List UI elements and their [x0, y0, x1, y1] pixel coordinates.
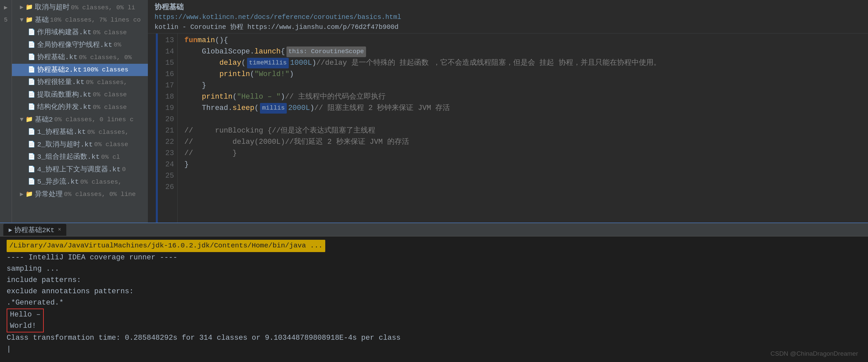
bottom-panel: ▶ 协程基础2Kt × /Library/Java/JavaVirtualMac… [0, 223, 868, 362]
code-line-23: // } [184, 148, 861, 159]
sidebar-item-badge: 0% classe [94, 140, 128, 149]
code-line-22: // delay(2000L)//我们延迟 2 秒来保证 JVM 的存活 [184, 137, 861, 148]
sidebar-item-badge: 0 [122, 165, 126, 174]
arrow-icon: ▶ [20, 3, 24, 12]
sidebar-item-tiquhanshu[interactable]: 📄 提取函数重构.kt 0% classe [12, 89, 148, 101]
file-icon: 📄 [28, 90, 35, 99]
sidebar-item-label: 协程基础.kt [37, 52, 78, 63]
hello-output: Hello – [10, 310, 40, 319]
sidebar-item-jichu2[interactable]: ▼ 📁 基础2 0% classes, 0 lines c [12, 114, 148, 126]
line-num-22: 22 [158, 137, 174, 148]
sidebar-item-badge: 0% classe [93, 103, 127, 112]
terminal-line-1: ---- IntelliJ IDEA coverage runner ---- [7, 252, 861, 263]
code-line-15: ⇨ delay( timeMillis 1000L)//delay 是一个特殊的… [184, 57, 861, 69]
sidebar-item-badge: 0% classe [93, 90, 127, 100]
code-line-16: println("World!") [184, 69, 861, 80]
sidebar-item-xiecheng-jichu[interactable]: 📄 协程基础.kt 0% classes, 0% [12, 51, 148, 64]
sidebar-item-1xiecheng[interactable]: 📄 1_协程基础.kt 0% classes, [12, 126, 148, 138]
sidebar-item-label: 协程基础2.kt [37, 65, 82, 75]
code-line-18: println("Hello – ")// 主线程中的代码会立即执行 [184, 91, 861, 103]
folder-icon: 📁 [26, 190, 33, 199]
file-icon: 📄 [28, 128, 35, 137]
terminal-cursor: | [7, 344, 861, 355]
code-line-25 [184, 170, 861, 182]
code-line-17: } [184, 80, 861, 91]
sidebar-item-label: 全局协程像守护线程.kt [37, 40, 113, 51]
folder-icon: 📁 [26, 115, 33, 124]
line-num-15: 15 [158, 57, 174, 69]
sidebar-item-label: 提取函数重构.kt [37, 90, 92, 100]
code-content[interactable]: ▶ fun main(){ GlobalScope.launch { this:… [178, 33, 868, 223]
tooltip-timemillis: timeMillis [247, 58, 289, 68]
gutter-blue [156, 33, 158, 223]
line-num-20: 20 [158, 114, 174, 125]
sidebar-item-2quxiao[interactable]: 📄 2_取消与超时.kt 0% classe [12, 138, 148, 151]
sidebar-item-badge: 100% classes [83, 65, 128, 75]
file-icon: 📄 [28, 177, 35, 186]
code-line-26 [184, 182, 861, 193]
tooltip-millis: millis [260, 103, 286, 113]
folder-icon: 📁 [26, 16, 33, 25]
sidebar-item-badge: 0% classes, [80, 177, 122, 187]
sidebar-item-yichang[interactable]: ▶ 📁 异常处理 0% classes, 0% line [12, 188, 148, 201]
file-icon: 📄 [28, 165, 35, 174]
terminal-line-2: sampling ... [7, 263, 861, 275]
line-num-14: 14 [158, 46, 174, 57]
line-num-18: 18 [158, 91, 174, 103]
sidebar-item-4shang-xia-wen[interactable]: 📄 4_协程上下文与调度器.kt 0 [12, 163, 148, 176]
code-line-13: ▶ fun main(){ [184, 35, 861, 46]
file-icon: 📄 [28, 65, 35, 75]
sidebar-item-qingliangxing[interactable]: 📄 协程很轻量.kt 0% classes, [12, 76, 148, 89]
line-num-26: 26 [158, 182, 174, 193]
gutter-col [148, 33, 158, 223]
sidebar-item-badge: 0% classes, 0% [79, 53, 132, 62]
terminal-line-4: exclude annotations patterns: [7, 286, 861, 297]
watermark: CSDN @ChinaDragonDreamer [771, 350, 858, 357]
sidebar-item-label: 取消与超时 [35, 2, 70, 13]
line-num-17: 17 [158, 80, 174, 91]
sidebar-icon-1: ▶ [1, 3, 10, 12]
main-area: ▶ 5 ▶ 📁 取消与超时 0% classes, 0% li ▼ 📁 基础 1… [0, 0, 868, 223]
left-sidebar-icons: ▶ 5 [0, 0, 12, 223]
folder-icon: 📁 [26, 3, 33, 12]
line-num-19: 19 [158, 103, 174, 114]
sidebar-item-zuoyongyu[interactable]: 📄 作用域构建器.kt 0% classe [12, 26, 148, 39]
sidebar-item-badge: 0% classes, [87, 128, 129, 137]
bottom-tab-bar: ▶ 协程基础2Kt × [0, 223, 868, 236]
sidebar-item-xiecheng-jichu2[interactable]: 📄 协程基础2.kt 100% classes [12, 64, 148, 76]
terminal-line-class-transform: Class transformation time: 0.285848292s … [7, 332, 861, 344]
terminal-line-hello-world: Hello – World! [7, 309, 861, 332]
line-num-23: 23 [158, 148, 174, 159]
sidebar-item-5yibu[interactable]: 📄 5_异步流.kt 0% classes, [12, 176, 148, 188]
editor-area: 协程基础 https://www.kotlincn.net/docs/refer… [148, 0, 868, 223]
code-line-14: GlobalScope.launch { this: CoroutineScop… [184, 46, 861, 57]
file-icon: 📄 [28, 152, 35, 161]
terminal-line-3: include patterns: [7, 275, 861, 286]
arrow-icon: ▼ [20, 115, 24, 124]
terminal-line-5: .*Generated.* [7, 297, 861, 309]
sidebar-item-label: 5_异步流.kt [37, 177, 79, 187]
tab-label: 协程基础2Kt [14, 225, 55, 234]
sidebar-item-label: 协程很轻量.kt [37, 77, 85, 88]
sidebar-item-jiegouhua[interactable]: 📄 结构化的并发.kt 0% classe [12, 101, 148, 114]
close-icon[interactable]: × [58, 227, 61, 233]
info-link[interactable]: https://www.kotlincn.net/docs/reference/… [155, 13, 861, 21]
world-output: World! [10, 322, 36, 330]
java-command: /Library/Java/JavaVirtualMachines/jdk-16… [7, 240, 325, 252]
tooltip-coroutinescope: this: CoroutineScope [286, 47, 366, 57]
code-line-20 [184, 114, 861, 125]
file-icon: 📄 [28, 40, 35, 50]
line-num-21: 21 [158, 125, 174, 137]
sidebar-item-jichu[interactable]: ▼ 📁 基础 10% classes, 7% lines co [12, 14, 148, 27]
sidebar-item-quxiao[interactable]: ▶ 📁 取消与超时 0% classes, 0% li [12, 1, 148, 14]
sidebar-item-badge: 0% classes, [86, 78, 127, 87]
sidebar-item-3zuhe[interactable]: 📄 3_组合挂起函数.kt 0% cl [12, 151, 148, 163]
tab-xiecheng-jichu2kt[interactable]: ▶ 协程基础2Kt × [3, 224, 66, 236]
sidebar-item-label: 基础2 [35, 115, 53, 125]
info-title: 协程基础 [155, 2, 861, 12]
arrow-icon: ▼ [20, 16, 24, 25]
sidebar-item-quanjv[interactable]: 📄 全局协程像守护线程.kt 0% [12, 39, 148, 52]
sidebar-item-label: 2_取消与超时.kt [37, 139, 93, 150]
line-num-25: 25 [158, 170, 174, 182]
line-numbers: 13 14 15 16 17 18 19 20 21 22 23 24 25 2… [158, 33, 178, 223]
